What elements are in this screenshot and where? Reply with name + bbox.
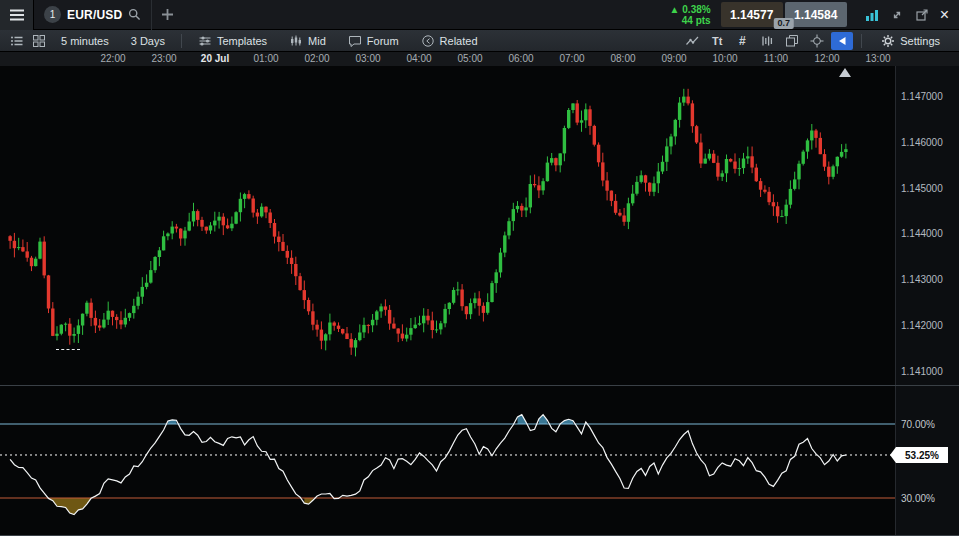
toolbar-separator: [181, 34, 182, 48]
change-percent: 0.38%: [682, 4, 710, 15]
settings-label: Settings: [900, 35, 940, 47]
main-menu-button[interactable]: [0, 0, 34, 30]
time-axis-label: 04:00: [406, 53, 431, 64]
pointer-arrow-icon: [836, 35, 848, 47]
time-axis-label: 13:00: [865, 53, 890, 64]
trend-lines-icon: [685, 34, 700, 48]
mini-candles-icon: [289, 34, 303, 48]
price-change-summary: ▲ 0.38% 44 pts: [670, 4, 711, 26]
time-axis-label: 06:00: [508, 53, 533, 64]
price-type-label: Mid: [308, 35, 326, 47]
current-value-tag: 53.25%: [896, 447, 948, 463]
time-axis-label: 09:00: [661, 53, 686, 64]
expand-icon[interactable]: [890, 8, 904, 22]
toolbar-separator: [861, 34, 862, 48]
crosshair-icon: [810, 34, 824, 48]
price-level-dash: [56, 349, 80, 350]
search-icon[interactable]: [128, 8, 141, 21]
templates-label: Templates: [217, 35, 267, 47]
price-axis[interactable]: 1.1470001.1460001.1450001.1440001.143000…: [895, 66, 959, 385]
topbar-icons: ×: [855, 8, 959, 22]
overlapping-windows-icon: [785, 34, 799, 48]
grid-layout-icon: [32, 34, 46, 48]
hamburger-icon: [9, 9, 25, 21]
price-axis-label: 1.142000: [901, 320, 943, 331]
range-selector[interactable]: 3 Days: [120, 30, 176, 51]
interval-selector[interactable]: 5 minutes: [50, 30, 120, 51]
time-axis-label: 08:00: [610, 53, 635, 64]
gear-icon: [881, 34, 895, 48]
time-axis-label: 05:00: [457, 53, 482, 64]
buy-price-button[interactable]: 1.14584: [785, 2, 847, 27]
indicator-axis[interactable]: 70.00% 30.00% 53.25%: [895, 386, 959, 536]
spread-value: 0.7: [773, 18, 794, 29]
sliders-icon: [198, 34, 212, 48]
oscillator-plot[interactable]: [0, 386, 895, 536]
price-axis-label: 1.144000: [901, 228, 943, 239]
main-chart-panel: 1.1470001.1460001.1450001.1440001.143000…: [0, 66, 959, 385]
order-panel-button[interactable]: [6, 32, 28, 50]
duplicate-tool-button[interactable]: [781, 32, 803, 50]
up-arrow-icon: ▲: [670, 4, 680, 15]
trading-chart-window: 1 EUR/USD ▲ 0.38% 44 pts 1.14577 1.14584…: [0, 0, 959, 536]
list-icon: [10, 34, 24, 48]
indicator-panel: 70.00% 30.00% 53.25%: [0, 386, 959, 536]
time-axis-label: 01:00: [253, 53, 278, 64]
pointer-tool-button[interactable]: [831, 32, 853, 50]
time-axis-label: 23:00: [151, 53, 176, 64]
close-icon[interactable]: ×: [940, 8, 949, 22]
toolbar-left-group: 5 minutes 3 Days Templates Mid Forum Rel…: [0, 30, 489, 51]
price-axis-label: 1.145000: [901, 182, 943, 193]
price-axis-label: 1.141000: [901, 365, 943, 376]
price-axis-label: 1.147000: [901, 91, 943, 102]
candlestick-plot[interactable]: [0, 66, 895, 385]
related-button[interactable]: Related: [410, 30, 489, 51]
time-axis-label: 02:00: [304, 53, 329, 64]
add-chart-tab-button[interactable]: [152, 0, 182, 30]
time-axis-label: 22:00: [100, 53, 125, 64]
plus-icon: [162, 9, 173, 20]
related-label: Related: [440, 35, 478, 47]
grid-hash-icon: #: [739, 34, 746, 48]
chart-toolbar: 5 minutes 3 Days Templates Mid Forum Rel…: [0, 30, 959, 52]
time-axis-label: 20 Jul: [201, 53, 229, 64]
oversold-label: 30.00%: [901, 493, 935, 504]
toolbar-right-group: Tt # Settings: [681, 30, 959, 51]
time-axis[interactable]: 22:0023:0020 Jul01:0002:0003:0004:0005:0…: [0, 52, 959, 66]
trendline-tool-button[interactable]: [681, 32, 703, 50]
change-points: 44 pts: [670, 15, 711, 26]
popout-icon[interactable]: [915, 8, 929, 22]
bars-pattern-icon: [760, 34, 774, 48]
time-axis-label: 11:00: [764, 53, 788, 64]
crosshair-tool-button[interactable]: [806, 32, 828, 50]
instrument-count-badge: 1: [44, 6, 61, 23]
forum-button[interactable]: Forum: [337, 30, 410, 51]
text-tool-icon: Tt: [712, 35, 722, 47]
settings-button[interactable]: Settings: [870, 30, 951, 51]
time-axis-label: 10:00: [712, 53, 737, 64]
price-buttons: 1.14577 1.14584 0.7: [721, 2, 847, 27]
templates-button[interactable]: Templates: [187, 30, 278, 51]
pattern-tool-button[interactable]: [756, 32, 778, 50]
price-type-button[interactable]: Mid: [278, 30, 337, 51]
instrument-title: EUR/USD: [67, 8, 122, 22]
forum-label: Forum: [367, 35, 399, 47]
layout-grid-button[interactable]: [28, 32, 50, 50]
instrument-tab[interactable]: 1 EUR/USD: [34, 0, 152, 30]
price-axis-label: 1.146000: [901, 136, 943, 147]
overbought-label: 70.00%: [901, 419, 935, 430]
topbar: 1 EUR/USD ▲ 0.38% 44 pts 1.14577 1.14584…: [0, 0, 959, 30]
time-axis-label: 07:00: [559, 53, 584, 64]
time-axis-label: 03:00: [355, 53, 380, 64]
text-tool-button[interactable]: Tt: [706, 32, 728, 50]
price-axis-label: 1.143000: [901, 274, 943, 285]
range-label: 3 Days: [131, 35, 165, 47]
market-depth-icon[interactable]: [865, 8, 879, 22]
time-axis-label: 12:00: [814, 53, 839, 64]
grid-tool-button[interactable]: #: [731, 32, 753, 50]
interval-label: 5 minutes: [61, 35, 109, 47]
back-circle-icon: [421, 34, 435, 48]
speech-bubble-icon: [348, 34, 362, 48]
current-time-marker: [839, 68, 851, 77]
